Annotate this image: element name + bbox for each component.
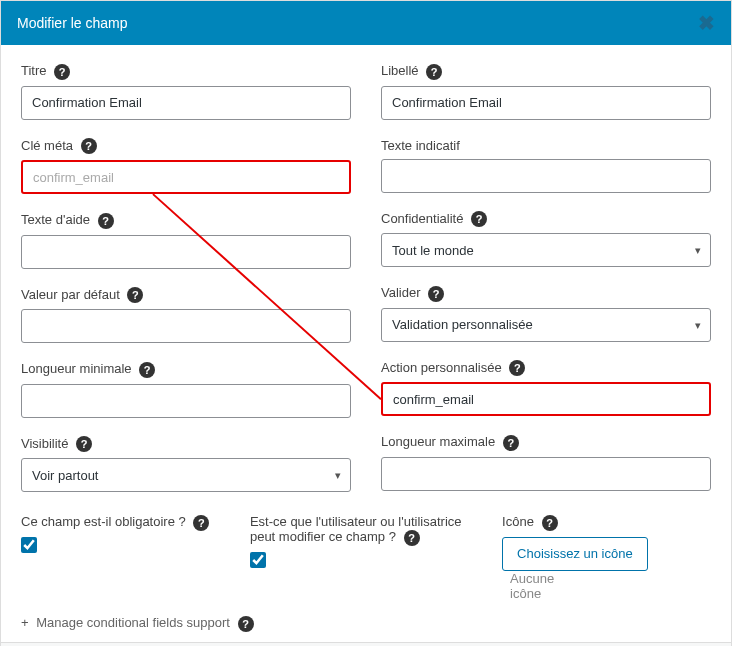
texte-aide-label-text: Texte d'aide xyxy=(21,212,90,227)
longueur-max-label: Longueur maximale ? xyxy=(381,434,711,451)
valeur-defaut-input[interactable] xyxy=(21,309,351,343)
help-icon[interactable]: ? xyxy=(238,616,254,632)
help-icon[interactable]: ? xyxy=(98,213,114,229)
help-icon[interactable]: ? xyxy=(426,64,442,80)
visibilite-select[interactable]: Voir partout xyxy=(21,458,351,492)
obligatoire-checkbox[interactable] xyxy=(21,537,37,553)
titre-label: Titre ? xyxy=(21,63,351,80)
valider-label-text: Valider xyxy=(381,285,421,300)
conditional-label: Manage conditional fields support xyxy=(36,615,230,630)
texte-indicatif-input[interactable] xyxy=(381,159,711,193)
right-column: Libellé ? Texte indicatif Confiden xyxy=(381,63,711,510)
action-perso-label-text: Action personnalisée xyxy=(381,360,502,375)
field-longueur-min: Longueur minimale ? xyxy=(21,361,351,418)
cle-meta-label-text: Clé méta xyxy=(21,138,73,153)
help-icon[interactable]: ? xyxy=(503,435,519,451)
longueur-max-input[interactable] xyxy=(381,457,711,491)
field-longueur-max: Longueur maximale ? xyxy=(381,434,711,491)
icone-label: Icône ? xyxy=(502,514,711,531)
left-column: Titre ? Clé méta ? T xyxy=(21,63,351,510)
plus-icon: + xyxy=(21,615,29,630)
confidentialite-label: Confidentialité ? xyxy=(381,211,711,228)
help-icon[interactable]: ? xyxy=(127,287,143,303)
valider-select[interactable]: Validation personnalisée xyxy=(381,308,711,342)
libelle-input[interactable] xyxy=(381,86,711,120)
modal-title: Modifier le champ xyxy=(17,15,128,31)
field-cle-meta: Clé méta ? xyxy=(21,138,351,195)
field-texte-indicatif: Texte indicatif xyxy=(381,138,711,193)
modal: Modifier le champ ✖ Titre ? Cl xyxy=(0,0,732,646)
confidentialite-label-text: Confidentialité xyxy=(381,211,463,226)
bottom-row: Ce champ est-il obligatoire ? ? Est-ce q… xyxy=(21,514,711,601)
texte-indicatif-label: Texte indicatif xyxy=(381,138,711,153)
longueur-min-input[interactable] xyxy=(21,384,351,418)
modal-footer: Mettre à jour Annuler xyxy=(1,642,731,647)
field-valeur-defaut: Valeur par défaut ? xyxy=(21,287,351,344)
help-icon[interactable]: ? xyxy=(76,436,92,452)
modifiable-label-text: Est-ce que l'utilisateur ou l'utilisatri… xyxy=(250,514,462,544)
texte-indicatif-label-text: Texte indicatif xyxy=(381,138,460,153)
close-icon[interactable]: ✖ xyxy=(698,11,715,35)
action-perso-label: Action personnalisée ? xyxy=(381,360,711,377)
modal-header: Modifier le champ ✖ xyxy=(1,1,731,45)
help-icon[interactable]: ? xyxy=(81,138,97,154)
confidentialite-select[interactable]: Tout le monde xyxy=(381,233,711,267)
field-valider: Valider ? Validation personnalisée ▾ xyxy=(381,285,711,342)
help-icon[interactable]: ? xyxy=(139,362,155,378)
longueur-min-label: Longueur minimale ? xyxy=(21,361,351,378)
titre-input[interactable] xyxy=(21,86,351,120)
field-texte-aide: Texte d'aide ? xyxy=(21,212,351,269)
help-icon[interactable]: ? xyxy=(509,360,525,376)
modal-body: Titre ? Clé méta ? T xyxy=(1,45,731,642)
titre-label-text: Titre xyxy=(21,63,47,78)
field-confidentialite: Confidentialité ? Tout le monde ▾ xyxy=(381,211,711,268)
help-icon[interactable]: ? xyxy=(428,286,444,302)
modifiable-checkbox[interactable] xyxy=(250,552,266,568)
conditional-row[interactable]: + Manage conditional fields support ? xyxy=(21,615,711,632)
action-perso-input[interactable] xyxy=(381,382,711,416)
modifiable-block: Est-ce que l'utilisateur ou l'utilisatri… xyxy=(250,514,482,601)
libelle-label-text: Libellé xyxy=(381,63,419,78)
help-icon[interactable]: ? xyxy=(404,530,420,546)
libelle-label: Libellé ? xyxy=(381,63,711,80)
valider-label: Valider ? xyxy=(381,285,711,302)
longueur-min-label-text: Longueur minimale xyxy=(21,361,132,376)
texte-aide-label: Texte d'aide ? xyxy=(21,212,351,229)
obligatoire-label: Ce champ est-il obligatoire ? ? xyxy=(21,514,230,531)
field-libelle: Libellé ? xyxy=(381,63,711,120)
field-action-perso: Action personnalisée ? xyxy=(381,360,711,417)
visibilite-label: Visibilité ? xyxy=(21,436,351,453)
texte-aide-input[interactable] xyxy=(21,235,351,269)
longueur-max-label-text: Longueur maximale xyxy=(381,434,495,449)
modifiable-label: Est-ce que l'utilisateur ou l'utilisatri… xyxy=(250,514,482,546)
field-visibilite: Visibilité ? Voir partout ▾ xyxy=(21,436,351,493)
field-titre: Titre ? xyxy=(21,63,351,120)
help-icon[interactable]: ? xyxy=(54,64,70,80)
help-icon[interactable]: ? xyxy=(471,211,487,227)
valeur-defaut-label: Valeur par défaut ? xyxy=(21,287,351,304)
visibilite-label-text: Visibilité xyxy=(21,436,68,451)
choose-icon-button[interactable]: Choisissez un icône xyxy=(502,537,648,571)
valeur-defaut-label-text: Valeur par défaut xyxy=(21,287,120,302)
help-icon[interactable]: ? xyxy=(542,515,558,531)
obligatoire-block: Ce champ est-il obligatoire ? ? xyxy=(21,514,230,601)
icone-block: Icône ? Choisissez un icône Aucune icône xyxy=(502,514,711,601)
icone-label-text: Icône xyxy=(502,514,534,529)
help-icon[interactable]: ? xyxy=(193,515,209,531)
icone-current-text: Aucune icône xyxy=(510,571,570,601)
cle-meta-label: Clé méta ? xyxy=(21,138,351,155)
obligatoire-label-text: Ce champ est-il obligatoire ? xyxy=(21,514,186,529)
cle-meta-input[interactable] xyxy=(21,160,351,194)
